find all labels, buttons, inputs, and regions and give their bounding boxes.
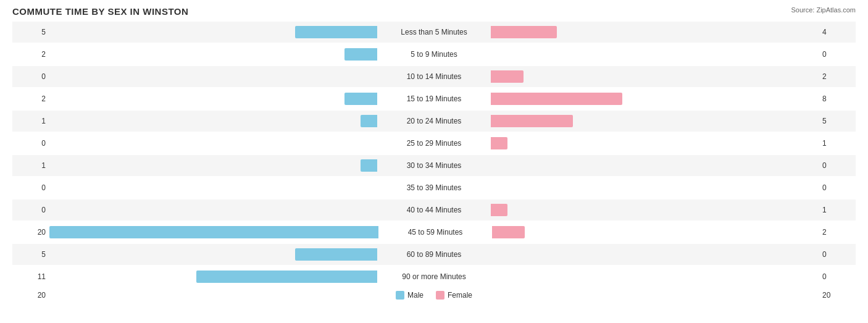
legend-female-box (436, 291, 444, 300)
row-label: 60 to 89 Minutes (378, 250, 490, 259)
male-value: 5 (12, 28, 49, 36)
row-label: 25 to 29 Minutes (378, 139, 490, 148)
female-value: 0 (819, 50, 856, 59)
row-label: 45 to 59 Minutes (380, 228, 491, 237)
male-value: 1 (12, 161, 49, 170)
table-row: 0 35 to 39 Minutes 0 (12, 177, 856, 198)
bars-wrapper: 10 to 14 Minutes (49, 66, 819, 87)
female-bar (491, 204, 507, 216)
male-bar (196, 271, 377, 283)
female-bar-container (490, 271, 819, 283)
table-row: 2 15 to 19 Minutes 8 (12, 88, 856, 109)
legend-female: Female (436, 291, 472, 300)
female-bar-container (490, 204, 819, 216)
male-value: 0 (12, 183, 49, 192)
male-bar-container (49, 115, 378, 127)
male-bar (295, 26, 377, 38)
bars-wrapper: 90 or more Minutes (49, 266, 819, 287)
legend-male-label: Male (407, 291, 424, 300)
row-label: 40 to 44 Minutes (378, 206, 490, 214)
bars-wrapper: 15 to 19 Minutes (49, 88, 819, 109)
male-value: 2 (12, 50, 49, 59)
female-bar-container (490, 137, 819, 149)
row-label: 10 to 14 Minutes (378, 72, 490, 81)
bars-wrapper: Less than 5 Minutes (49, 22, 819, 43)
axis-right-label: 20 (819, 291, 856, 300)
female-value: 5 (819, 117, 856, 125)
male-bar (295, 248, 377, 261)
bars-wrapper: 20 to 24 Minutes (49, 111, 819, 132)
male-value: 11 (12, 272, 49, 281)
male-value: 20 (12, 228, 49, 237)
male-bar (49, 226, 378, 238)
female-bar-container (490, 115, 819, 127)
table-row: 11 90 or more Minutes 0 (12, 266, 856, 287)
female-value: 1 (819, 139, 856, 148)
male-bar-container (49, 182, 378, 194)
table-row: 5 Less than 5 Minutes 4 (12, 22, 856, 43)
female-bar (491, 137, 507, 149)
male-bar (361, 159, 377, 172)
female-bar-container (490, 48, 819, 61)
female-value: 1 (819, 206, 856, 214)
bars-wrapper: 5 to 9 Minutes (49, 44, 819, 65)
bars-wrapper: 25 to 29 Minutes (49, 133, 819, 154)
female-value: 0 (819, 161, 856, 170)
table-row: 0 10 to 14 Minutes 2 (12, 66, 856, 87)
male-bar (361, 115, 377, 127)
female-bar (491, 115, 573, 127)
female-bar-container (490, 26, 819, 38)
female-bar (491, 93, 622, 105)
female-bar-container (491, 226, 819, 238)
table-row: 2 5 to 9 Minutes 0 (12, 44, 856, 65)
male-value: 0 (12, 139, 49, 148)
male-bar-container (49, 271, 378, 283)
bars-wrapper: 35 to 39 Minutes (49, 177, 819, 198)
legend-male-box (396, 291, 404, 300)
axis-left-label: 20 (12, 291, 49, 300)
male-value: 5 (12, 250, 49, 259)
female-value: 2 (819, 72, 856, 81)
axis-row: 20 Male Female 20 (12, 291, 856, 300)
male-bar-container (49, 204, 378, 216)
female-value: 0 (819, 183, 856, 192)
male-bar (344, 48, 377, 61)
female-bar-container (490, 70, 819, 83)
legend-female-label: Female (448, 291, 472, 300)
row-label: 5 to 9 Minutes (378, 50, 490, 59)
female-bar-container (490, 182, 819, 194)
female-value: 0 (819, 272, 856, 281)
table-row: 20 45 to 59 Minutes 2 (12, 222, 856, 243)
row-label: Less than 5 Minutes (378, 28, 490, 36)
bars-wrapper: 45 to 59 Minutes (49, 222, 819, 243)
male-value: 0 (12, 72, 49, 81)
bars-wrapper: 60 to 89 Minutes (49, 244, 819, 265)
male-bar-container (49, 248, 378, 261)
row-label: 30 to 34 Minutes (378, 161, 490, 170)
female-value: 2 (819, 228, 856, 237)
male-bar-container (49, 26, 378, 38)
bars-wrapper: 40 to 44 Minutes (49, 199, 819, 220)
source-label: Source: ZipAtlas.com (791, 6, 856, 14)
table-row: 0 25 to 29 Minutes 1 (12, 133, 856, 154)
table-row: 5 60 to 89 Minutes 0 (12, 244, 856, 265)
female-bar (492, 226, 525, 238)
female-bar (491, 26, 557, 38)
male-bar-container (49, 226, 380, 238)
female-value: 0 (819, 250, 856, 259)
legend-area: Male Female (49, 291, 819, 300)
female-bar-container (490, 248, 819, 261)
legend-male: Male (396, 291, 424, 300)
table-row: 0 40 to 44 Minutes 1 (12, 199, 856, 220)
male-value: 1 (12, 117, 49, 125)
male-bar-container (49, 159, 378, 172)
male-bar-container (49, 137, 378, 149)
male-value: 0 (12, 206, 49, 214)
bars-wrapper: 30 to 34 Minutes (49, 155, 819, 176)
row-label: 20 to 24 Minutes (378, 117, 490, 125)
row-label: 35 to 39 Minutes (378, 183, 490, 192)
chart-title: COMMUTE TIME BY SEX IN WINSTON (12, 6, 856, 17)
male-bar-container (49, 70, 378, 83)
female-value: 8 (819, 94, 856, 103)
chart-area: 5 Less than 5 Minutes 4 2 5 to 9 Minutes… (12, 22, 856, 287)
